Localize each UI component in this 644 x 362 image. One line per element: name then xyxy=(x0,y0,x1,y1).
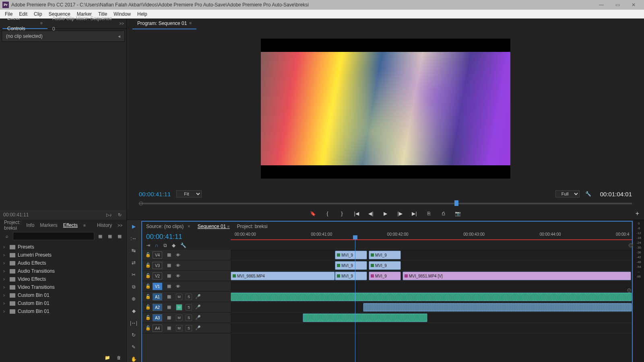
scrub-start-handle[interactable] xyxy=(139,202,143,206)
track-target[interactable]: V1 xyxy=(153,283,162,290)
tab-project-timeline[interactable]: Project: breksi xyxy=(237,224,268,229)
preset-icon-3[interactable]: ▦ xyxy=(116,232,123,240)
timeline-clip[interactable]: MVI_9 xyxy=(369,251,401,259)
sync-lock-icon[interactable]: ▦ xyxy=(165,325,173,332)
track-target[interactable]: A2 xyxy=(153,304,162,311)
hand-tool[interactable]: ↻ xyxy=(130,331,138,339)
hand-tool-2[interactable]: ✋ xyxy=(130,355,138,362)
panel-menu-icon[interactable]: ≡ xyxy=(189,18,192,29)
video-track-head[interactable]: 🔓V4▦👁 xyxy=(142,250,231,260)
lock-icon[interactable]: 🔓 xyxy=(145,273,149,278)
close-button[interactable]: ✕ xyxy=(625,2,642,8)
track-lane[interactable] xyxy=(231,292,632,302)
sync-lock-icon[interactable]: ▦ xyxy=(165,251,173,259)
scrub-playhead-handle[interactable] xyxy=(454,200,458,206)
selection-tool[interactable]: ▶ xyxy=(130,222,138,230)
mark-in-icon[interactable]: { xyxy=(324,211,331,216)
rate-stretch-tool[interactable]: ✂ xyxy=(130,271,138,279)
timeline-clip[interactable]: MVI_9851.MP4 [V] xyxy=(402,272,631,280)
track-lane[interactable]: MVI_9MVI_9 xyxy=(231,250,632,260)
settings-icon[interactable]: 🔧 xyxy=(180,243,186,248)
timeline-clip[interactable]: MVI_9 xyxy=(335,272,367,280)
audio-track-head[interactable]: 🔓A1▦MS🎤 xyxy=(142,292,231,302)
tab-info[interactable]: Info xyxy=(26,222,34,228)
tab-effects[interactable]: Effects xyxy=(63,222,78,228)
magnet-icon[interactable]: ∩ xyxy=(155,243,159,248)
marker-icon[interactable]: 🔖 xyxy=(310,211,316,216)
track-lane[interactable] xyxy=(231,313,632,323)
linked-selection-icon[interactable]: ⧉ xyxy=(163,243,167,248)
sync-lock-icon[interactable]: ▦ xyxy=(165,272,173,280)
ruler-scroll-end[interactable] xyxy=(629,243,633,247)
step-forward-icon[interactable]: |▶ xyxy=(397,211,403,216)
slide-tool[interactable]: ◆ xyxy=(130,307,138,315)
video-track-head[interactable]: 🔓V2▦👁 xyxy=(142,271,231,281)
tab-sequence[interactable]: Sequence 01 ≡ xyxy=(198,224,230,229)
tree-item[interactable]: ›Custom Bin 01 xyxy=(3,299,123,307)
video-track-head[interactable]: 🔓V3▦👁 xyxy=(142,260,231,271)
timeline-clip[interactable] xyxy=(231,292,632,301)
voice-over-icon[interactable]: 🎤 xyxy=(195,325,201,331)
solo-button[interactable]: S xyxy=(186,294,192,300)
timeline-clip[interactable]: MVI_9 xyxy=(335,251,367,259)
track-target[interactable]: V3 xyxy=(153,262,162,269)
tab-project[interactable]: Project: breksi xyxy=(4,220,21,231)
maximize-button[interactable]: ▭ xyxy=(609,2,625,8)
timeline-timecode[interactable]: 00:00:41:11 xyxy=(146,233,227,241)
step-back-icon[interactable]: ◀| xyxy=(368,211,374,216)
new-bin-icon[interactable]: 📁 xyxy=(104,354,111,361)
lock-icon[interactable]: 🔓 xyxy=(145,315,149,320)
rolling-edit-tool[interactable]: ⇄ xyxy=(130,259,138,267)
track-select-tool[interactable]: :↔ xyxy=(130,234,138,243)
export-frame-icon[interactable]: 📷 xyxy=(455,211,461,216)
sync-lock-icon[interactable]: ▦ xyxy=(165,262,173,269)
tab-history[interactable]: History xyxy=(97,222,112,228)
track-target[interactable]: A1 xyxy=(153,293,162,300)
type-tool[interactable]: ✎ xyxy=(130,343,138,351)
track-target[interactable]: A3 xyxy=(153,314,162,321)
program-scrubber[interactable] xyxy=(139,200,632,208)
wrench-icon[interactable]: 🔧 xyxy=(585,191,591,197)
razor-tool[interactable]: ⧉ xyxy=(130,283,138,291)
timeline-ruler[interactable]: 00:00:40:00 00:00:41:00 00:00:42:00 00:0… xyxy=(231,231,632,239)
close-tab-icon[interactable]: × xyxy=(188,224,190,229)
timeline-clip[interactable]: MVI_9865.MP4 xyxy=(231,272,335,280)
lock-icon[interactable]: 🔓 xyxy=(145,294,149,299)
tree-item[interactable]: ›Audio Effects xyxy=(3,259,123,267)
program-timecode[interactable]: 00:00:41:11 xyxy=(139,191,171,197)
lift-icon[interactable]: ⎘ xyxy=(426,211,432,216)
snap-icon[interactable]: ⇥ xyxy=(146,243,150,248)
marker-settings-icon[interactable]: ◆ xyxy=(172,243,175,248)
timeline-clip[interactable] xyxy=(303,313,427,322)
track-target[interactable]: A4 xyxy=(153,325,162,332)
preset-icon-1[interactable]: ▦ xyxy=(97,232,104,240)
tree-item[interactable]: ›Custom Bin 01 xyxy=(3,307,123,315)
timeline-clip[interactable] xyxy=(363,303,632,312)
track-lane[interactable] xyxy=(231,281,632,292)
video-track-head[interactable]: 🔓V1▦👁 xyxy=(142,281,231,292)
solo-button[interactable]: S xyxy=(186,315,192,321)
mute-button[interactable]: M xyxy=(176,315,182,321)
panel-menu-icon[interactable]: ≡ xyxy=(83,223,86,228)
delete-icon[interactable]: 🗑 xyxy=(115,354,122,361)
resolution-select[interactable]: Full xyxy=(555,190,580,197)
mark-out-icon[interactable]: } xyxy=(339,211,345,216)
track-lane[interactable] xyxy=(231,323,632,333)
audio-track-head[interactable]: 🔓A2▦MS🎤 xyxy=(142,302,231,313)
lock-icon[interactable]: 🔓 xyxy=(145,252,149,257)
tab-effect-controls[interactable]: Effect Controls≡ xyxy=(2,19,47,29)
lock-icon[interactable]: 🔓 xyxy=(145,325,149,331)
menu-help[interactable]: Help xyxy=(134,11,151,17)
sync-lock-icon[interactable]: ▦ xyxy=(165,283,173,290)
loop-icon[interactable]: ↻ xyxy=(116,211,123,218)
ripple-edit-tool[interactable]: ↹ xyxy=(130,247,138,255)
sync-lock-icon[interactable]: ▦ xyxy=(165,293,173,300)
tree-item[interactable]: ›Custom Bin 01 xyxy=(3,291,123,299)
timeline-clip[interactable]: MVI_9 xyxy=(369,272,401,280)
panel-overflow-icon[interactable]: >> xyxy=(118,223,122,228)
solo-button[interactable]: S xyxy=(186,325,192,331)
mute-button[interactable]: M xyxy=(176,304,182,311)
zoom-fit-select[interactable]: Fit xyxy=(176,190,202,197)
audio-track-head[interactable]: 🔓A4▦MS🎤 xyxy=(142,323,231,333)
go-to-out-icon[interactable]: ▶| xyxy=(411,211,418,216)
